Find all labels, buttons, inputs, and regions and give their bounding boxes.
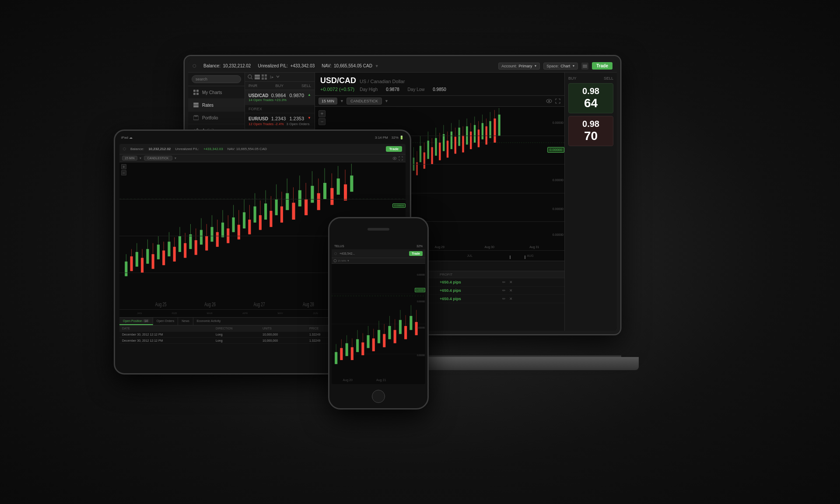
search-icon-rates[interactable] bbox=[248, 74, 253, 80]
tablet-candlestick-btn[interactable]: CANDLESTICK bbox=[144, 156, 172, 161]
sell-price-display[interactable]: 0.98 70 bbox=[568, 116, 613, 146]
delete-button-1[interactable]: ✕ bbox=[509, 280, 513, 284]
tablet-zoom-in[interactable]: + bbox=[121, 164, 126, 169]
svg-rect-176 bbox=[243, 212, 245, 228]
phone-chart-toolbar: 15 MIN ▼ bbox=[332, 258, 425, 264]
tablet-balance-label: Balance: bbox=[130, 147, 144, 151]
phone-trade-button[interactable]: Trade bbox=[409, 251, 423, 256]
date-label-3: Aug 29 bbox=[435, 245, 444, 248]
svg-rect-243 bbox=[383, 334, 385, 347]
zoom-controls: + − bbox=[318, 110, 326, 125]
tablet-grid-1 bbox=[119, 199, 406, 200]
price-axis-3: 0.00000 bbox=[553, 178, 564, 182]
svg-rect-124 bbox=[494, 119, 496, 143]
tablet-eye-icon[interactable] bbox=[392, 156, 397, 161]
sidebar-label-portfolio: Portfolio bbox=[202, 116, 218, 120]
edit-button-2[interactable]: ✏ bbox=[502, 288, 506, 293]
tablet-carrier: iPad ☁ bbox=[121, 136, 133, 140]
rate-row-usdcad[interactable]: USD/CAD 0.9864 0.9870 ▲ 14 Open Trades +… bbox=[245, 90, 315, 105]
account-selector[interactable]: Account: Primary ▼ bbox=[498, 63, 540, 70]
sidebar-item-my-charts[interactable]: My Charts bbox=[188, 86, 245, 99]
phone-price-1: 0.00000 bbox=[417, 273, 425, 276]
zoom-out-button[interactable]: − bbox=[318, 118, 326, 125]
tablet-balance-value: 10,232,212.02 bbox=[148, 147, 171, 151]
svg-rect-150 bbox=[173, 247, 176, 262]
phone-tf-label: 15 MIN ▼ bbox=[338, 259, 350, 262]
tablet-zoom-controls: + − bbox=[121, 164, 126, 175]
chart-toolbar: 15 MIN ▼ CANDLESTICK ▼ bbox=[315, 96, 564, 107]
svg-rect-90 bbox=[427, 141, 429, 159]
sidebar-item-rates[interactable]: Rates bbox=[188, 99, 245, 112]
edit-button-3[interactable]: ✏ bbox=[502, 297, 506, 301]
trade-button[interactable]: Trade bbox=[592, 62, 612, 70]
svg-rect-164 bbox=[210, 227, 213, 242]
sidebar-item-portfolio[interactable]: Portfolio bbox=[188, 112, 245, 124]
sidebar-label-rates: Rates bbox=[202, 103, 214, 108]
tablet-unrealized-label: Unrealized P/L: bbox=[175, 147, 199, 151]
svg-rect-144 bbox=[157, 245, 160, 259]
minimap-tick-1 bbox=[510, 256, 511, 259]
nav-display: NAV: 10,665,554.05 CAD ▼ bbox=[322, 63, 378, 68]
svg-rect-0 bbox=[583, 65, 587, 66]
phone-price-label: 0.00000 bbox=[415, 288, 425, 292]
chart-type-candlestick[interactable]: CANDLESTICK bbox=[346, 98, 382, 105]
tablet-unrealized-value: +433,342.03 bbox=[203, 147, 223, 151]
phone-home-button[interactable] bbox=[372, 390, 385, 403]
list-view-icon[interactable] bbox=[255, 74, 260, 80]
tablet-tab-open-orders[interactable]: Open Orders bbox=[153, 318, 178, 325]
eye-icon[interactable] bbox=[546, 98, 552, 104]
list-icon bbox=[193, 102, 199, 108]
delete-button-2[interactable]: ✕ bbox=[509, 288, 513, 293]
grid-icon bbox=[193, 90, 199, 95]
svg-rect-1 bbox=[583, 66, 587, 66]
buy-sell-panel: BUY SELL 0.98 64 0.98 bbox=[564, 73, 617, 331]
price-axis-5: 0.00000 bbox=[553, 233, 564, 236]
tablet-timeframe[interactable]: 15 MIN bbox=[122, 156, 137, 161]
zoom-in-button[interactable]: + bbox=[318, 110, 326, 117]
svg-rect-118 bbox=[482, 123, 483, 139]
svg-rect-210 bbox=[344, 184, 347, 200]
svg-rect-5 bbox=[193, 93, 196, 95]
tablet-zoom-out[interactable]: − bbox=[121, 170, 126, 175]
svg-rect-184 bbox=[264, 203, 267, 220]
tablet-tab-economic-activity[interactable]: Economic Activity bbox=[193, 318, 224, 325]
svg-rect-158 bbox=[195, 240, 197, 255]
price-axis-4: 0.00000 bbox=[553, 207, 564, 210]
tablet-minimap-feb: FEB bbox=[172, 312, 177, 315]
svg-rect-114 bbox=[474, 125, 476, 143]
balance-display: Balance: 10,232,212.02 bbox=[203, 63, 251, 68]
search-input[interactable] bbox=[192, 75, 241, 83]
expand-icon[interactable] bbox=[555, 98, 561, 104]
svg-rect-182 bbox=[259, 215, 262, 230]
svg-rect-190 bbox=[280, 206, 283, 223]
tablet-tab-open-position[interactable]: Open Position 14 bbox=[119, 318, 153, 325]
chart-header: USD/CAD US / Canadian Dollar +0.0072 (+0… bbox=[315, 73, 564, 96]
svg-rect-2 bbox=[583, 67, 587, 68]
settings-icon[interactable] bbox=[581, 63, 588, 70]
timeframe-15min[interactable]: 15 MIN bbox=[318, 98, 337, 105]
svg-rect-17 bbox=[255, 78, 260, 79]
rate-row-eurusd[interactable]: EUR/USD 1.2343 1.2353 ▼ 12 Open Trades -… bbox=[245, 113, 315, 129]
svg-rect-192 bbox=[286, 193, 289, 210]
buy-price-display[interactable]: 0.98 64 bbox=[568, 83, 613, 113]
svg-rect-204 bbox=[323, 183, 326, 199]
svg-rect-16 bbox=[255, 77, 260, 77]
svg-rect-235 bbox=[361, 343, 364, 355]
svg-rect-15 bbox=[255, 75, 260, 76]
portfolio-icon bbox=[193, 115, 199, 120]
tablet-chart-toolbar: 15 MIN ▼ CANDLESTICK ▼ bbox=[119, 154, 406, 162]
edit-button-1[interactable]: ✏ bbox=[502, 280, 506, 284]
space-selector[interactable]: Space: Chart ▼ bbox=[543, 63, 578, 70]
svg-text:Aug 20: Aug 20 bbox=[343, 378, 353, 382]
svg-rect-160 bbox=[200, 230, 203, 245]
svg-rect-18 bbox=[262, 74, 264, 77]
grid-view-icon[interactable] bbox=[262, 74, 267, 80]
tablet-expand-icon[interactable] bbox=[399, 156, 403, 161]
tablet-tab-news[interactable]: News bbox=[178, 318, 193, 325]
chart-pair-full: US / Canadian Dollar bbox=[360, 79, 405, 84]
tablet-trade-button[interactable]: Trade bbox=[386, 146, 402, 152]
delete-button-3[interactable]: ✕ bbox=[509, 297, 513, 301]
svg-rect-162 bbox=[205, 236, 208, 251]
tablet-minimap-jan: JAN bbox=[137, 312, 142, 315]
collapse-icon[interactable] bbox=[276, 75, 280, 79]
